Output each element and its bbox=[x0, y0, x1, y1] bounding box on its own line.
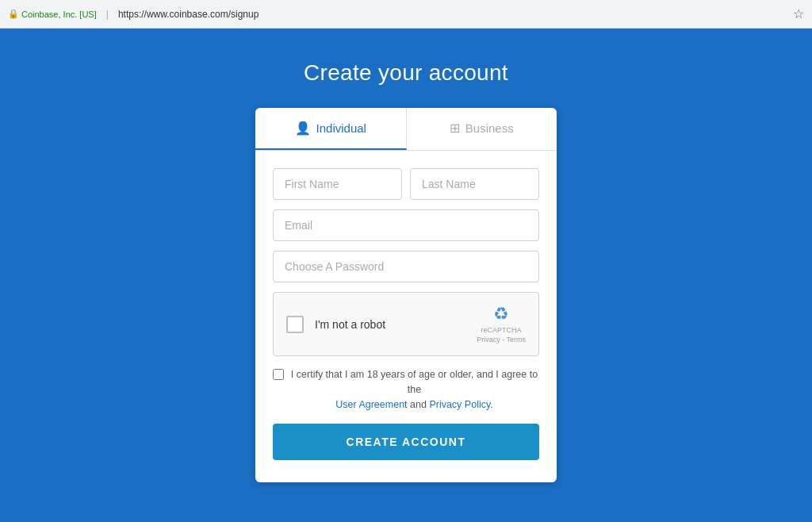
certify-text: I certify that I am 18 years of age or o… bbox=[289, 367, 539, 412]
tab-business-label: Business bbox=[465, 121, 514, 135]
recaptcha-left: I'm not a robot bbox=[286, 316, 385, 333]
bookmark-icon[interactable]: ☆ bbox=[793, 6, 804, 21]
site-identity: Coinbase, Inc. [US] bbox=[21, 10, 97, 19]
name-row bbox=[273, 168, 539, 200]
password-row bbox=[273, 251, 539, 282]
email-input[interactable] bbox=[273, 209, 539, 241]
main-content: Create your account 👤 Individual ⊞ Busin… bbox=[0, 29, 812, 522]
last-name-input[interactable] bbox=[410, 168, 539, 200]
recaptcha-logo-icon: ♻ bbox=[493, 304, 509, 324]
tab-individual-label: Individual bbox=[316, 121, 366, 135]
recaptcha-brand-text: reCAPTCHA Privacy - Terms bbox=[477, 326, 526, 344]
password-input[interactable] bbox=[273, 251, 539, 282]
business-icon: ⊞ bbox=[450, 121, 460, 136]
privacy-policy-link[interactable]: Privacy Policy bbox=[429, 399, 490, 410]
tab-business[interactable]: ⊞ Business bbox=[407, 108, 557, 150]
and-text: and bbox=[410, 399, 427, 410]
user-agreement-link[interactable]: User Agreement bbox=[335, 399, 407, 410]
certify-label[interactable]: I certify that I am 18 years of age or o… bbox=[273, 367, 539, 412]
period: . bbox=[490, 399, 492, 410]
signup-card: 👤 Individual ⊞ Business bbox=[255, 108, 557, 482]
tab-individual[interactable]: 👤 Individual bbox=[255, 108, 407, 150]
form-body: I'm not a robot ♻ reCAPTCHA Privacy - Te… bbox=[255, 168, 557, 460]
recaptcha-widget[interactable]: I'm not a robot ♻ reCAPTCHA Privacy - Te… bbox=[273, 292, 539, 356]
individual-icon: 👤 bbox=[295, 121, 311, 136]
recaptcha-label: I'm not a robot bbox=[315, 318, 385, 331]
url-bar[interactable]: https://www.coinbase.com/signup bbox=[118, 9, 259, 20]
certify-text-main: I certify that I am 18 years of age or o… bbox=[291, 369, 538, 395]
recaptcha-branding: ♻ reCAPTCHA Privacy - Terms bbox=[477, 304, 526, 344]
browser-bar: 🔒 Coinbase, Inc. [US] | https://www.coin… bbox=[0, 0, 812, 29]
email-row bbox=[273, 209, 539, 241]
create-account-button[interactable]: CREATE ACCOUNT bbox=[273, 424, 539, 460]
page-title: Create your account bbox=[304, 60, 508, 86]
divider: | bbox=[106, 9, 109, 20]
account-type-tabs: 👤 Individual ⊞ Business bbox=[255, 108, 557, 151]
recaptcha-checkbox[interactable] bbox=[286, 316, 304, 333]
first-name-input[interactable] bbox=[273, 168, 402, 200]
certify-checkbox[interactable] bbox=[273, 369, 284, 380]
ssl-indicator: 🔒 Coinbase, Inc. [US] bbox=[8, 9, 97, 19]
certify-section: I certify that I am 18 years of age or o… bbox=[273, 367, 539, 412]
